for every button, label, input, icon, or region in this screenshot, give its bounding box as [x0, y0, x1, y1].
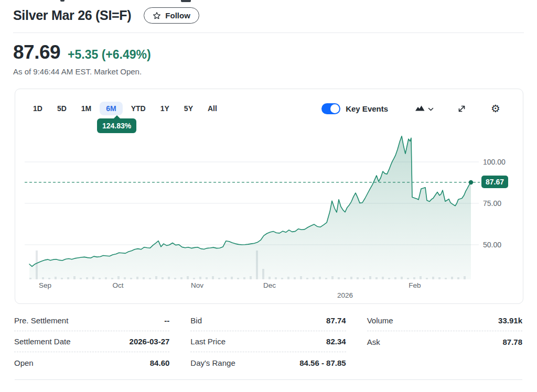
stat-value: 84.60 — [150, 358, 170, 367]
svg-text:50.00: 50.00 — [483, 241, 501, 249]
stat-label: Day's Range — [190, 358, 235, 367]
stats-column-3: Volume 33.91k Ask 87.78 — [367, 310, 522, 373]
mountain-chart-icon — [415, 104, 425, 113]
stat-label: Pre. Settlement — [14, 316, 68, 325]
chart-card: 1D 5D 1M 6M YTD 1Y 5Y All Key Events — [15, 89, 523, 304]
settings-gear-icon[interactable]: ⚙ — [491, 103, 500, 114]
current-price: 87.69 — [13, 41, 60, 63]
bottom-divider — [15, 379, 522, 380]
range-tabs: 1D 5D 1M 6M YTD 1Y 5Y All — [27, 102, 223, 115]
toggle-knob — [330, 104, 339, 113]
key-events-label: Key Events — [346, 104, 388, 113]
star-icon — [153, 12, 161, 20]
stats-column-2: Bid 87.74 Last Price 82.34 Day's Range 8… — [190, 310, 346, 373]
stat-value: 84.56 - 87.85 — [299, 358, 346, 367]
stat-value: 87.74 — [326, 316, 346, 325]
svg-text:Nov: Nov — [191, 281, 203, 289]
tab-6m[interactable]: 6M — [100, 102, 122, 115]
stat-row-ask: Ask 87.78 — [367, 331, 522, 352]
stat-row-last-price: Last Price 82.34 — [190, 331, 346, 352]
stat-row-bid: Bid 87.74 — [190, 310, 346, 331]
stat-label: Volume — [367, 316, 393, 325]
svg-text:Feb: Feb — [409, 281, 421, 289]
stat-row-volume: Volume 33.91k — [367, 310, 522, 331]
tab-5d[interactable]: 5D — [51, 102, 73, 115]
svg-text:75.00: 75.00 — [483, 199, 501, 208]
svg-text:Sep: Sep — [39, 281, 51, 289]
tab-all[interactable]: All — [201, 102, 223, 115]
price-change: +5.35 (+6.49%) — [68, 48, 151, 62]
stat-label: Open — [14, 358, 34, 367]
stat-row-days-range: Day's Range 84.56 - 87.85 — [190, 352, 346, 373]
stats-column-1: Pre. Settlement -- Settlement Date 2026-… — [14, 310, 169, 373]
stat-value: 33.91k — [498, 316, 522, 325]
stat-label: Settlement Date — [14, 337, 71, 346]
follow-button[interactable]: Follow — [144, 7, 199, 24]
stat-value: 2026-03-27 — [130, 337, 170, 346]
range-performance-badge: 124.83% — [97, 118, 136, 133]
current-price-marker-badge: 87.67 — [481, 176, 508, 188]
chart-type-selector[interactable] — [415, 104, 434, 113]
stat-row-settlement-date: Settlement Date 2026-03-27 — [14, 331, 169, 352]
tab-1d[interactable]: 1D — [27, 102, 49, 115]
quote-page: Silver Mar 26 (SI=F) Follow 87.69 +5.35 … — [0, 0, 537, 392]
chart-toolbar: 1D 5D 1M 6M YTD 1Y 5Y All Key Events — [27, 102, 500, 115]
follow-label: Follow — [165, 11, 190, 20]
nav-remnant — [60, 0, 65, 2]
price-chart[interactable]: 100.0075.0050.00SepOctNovDec2026Feb — [15, 89, 524, 304]
stat-label: Last Price — [190, 337, 225, 346]
svg-text:Oct: Oct — [112, 281, 123, 289]
stat-value: 82.34 — [326, 337, 346, 346]
quote-statistics: Pre. Settlement -- Settlement Date 2026-… — [14, 310, 522, 373]
stat-label: Bid — [190, 316, 202, 325]
svg-text:2026: 2026 — [337, 291, 353, 299]
chevron-down-icon — [428, 104, 434, 113]
stat-label: Ask — [367, 337, 380, 346]
stat-row-open: Open 84.60 — [14, 352, 169, 373]
tab-1y[interactable]: 1Y — [154, 102, 176, 115]
svg-text:100.00: 100.00 — [483, 158, 506, 166]
tab-1m[interactable]: 1M — [75, 102, 98, 115]
page-title: Silver Mar 26 (SI=F) — [13, 8, 131, 23]
nav-remnant — [181, 0, 191, 2]
as-of-timestamp: As of 9:46:44 AM EST. Market Open. — [13, 67, 524, 76]
fullscreen-icon[interactable] — [457, 104, 467, 114]
stat-row-pre-settlement: Pre. Settlement -- — [14, 310, 169, 331]
quote-header: Silver Mar 26 (SI=F) Follow 87.69 +5.35 … — [13, 0, 524, 76]
stat-value: 87.78 — [502, 337, 522, 346]
key-events-toggle[interactable] — [321, 103, 340, 114]
stat-value: -- — [164, 316, 169, 325]
header-divider — [13, 32, 524, 33]
chart-controls: Key Events ⚙ — [321, 103, 500, 114]
tab-5y[interactable]: 5Y — [178, 102, 199, 115]
tab-ytd[interactable]: YTD — [125, 102, 152, 115]
svg-text:Dec: Dec — [263, 281, 276, 289]
